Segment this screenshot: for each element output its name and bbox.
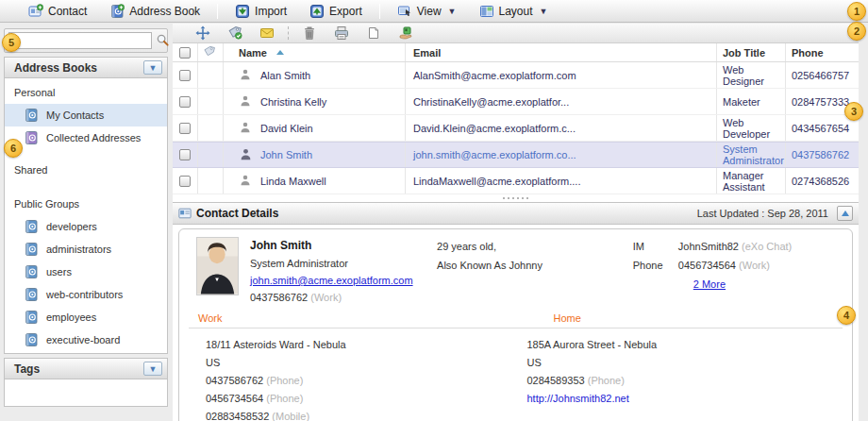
row-checkbox[interactable]: [173, 168, 198, 194]
actionbar-separator: [288, 26, 289, 40]
address-book-icon: [24, 332, 39, 347]
export-button[interactable]: Export: [298, 1, 374, 22]
callout-badge-1: 1: [847, 2, 866, 21]
new-address-book-label: Address Book: [129, 5, 200, 18]
contact-name[interactable]: Linda Maxwell: [260, 176, 326, 187]
contact-email: LindaMaxwell@acme.exoplatform....: [413, 176, 580, 187]
sidebar-item-administrators[interactable]: administrators: [5, 238, 167, 261]
table-row[interactable]: David Klein David.Klein@acme.exoplatform…: [173, 115, 859, 142]
sidebar-item-users[interactable]: users: [5, 261, 167, 283]
tag-column-header[interactable]: [198, 43, 224, 61]
panel-resize-handle[interactable]: [173, 194, 859, 202]
search-input[interactable]: [8, 32, 152, 49]
contact-name[interactable]: Christina Kelly: [260, 96, 326, 108]
table-row[interactable]: Alan Smith AlanSmith@acme.exoplatform.co…: [173, 62, 859, 89]
share-contact-icon[interactable]: [398, 25, 413, 41]
section-shared: Shared: [5, 149, 167, 181]
search-icon[interactable]: [156, 33, 171, 48]
row-tag-cell: [198, 143, 224, 167]
view-menu-button[interactable]: View ▼: [386, 1, 468, 22]
sidebar-item-employees[interactable]: employees: [5, 306, 167, 328]
work-section-title: Work: [189, 309, 516, 328]
table-row[interactable]: Linda Maxwell LindaMaxwell@acme.exoplatf…: [173, 168, 859, 194]
layout-label: Layout: [499, 5, 533, 18]
phone-column-header[interactable]: Phone: [786, 43, 859, 61]
tags-header: Tags ▼: [5, 359, 167, 379]
row-checkbox[interactable]: [173, 62, 198, 88]
collapse-panel-button[interactable]: ▼: [143, 362, 162, 376]
new-contact-label: Contact: [48, 5, 87, 18]
contact-job-title: Web Developer: [723, 117, 785, 140]
sidebar-item-label: executive-board: [46, 334, 120, 345]
sidebar-item-label: users: [46, 266, 72, 278]
row-tag-cell: [198, 115, 224, 141]
home-url-link[interactable]: http://Johnsmith82.net: [527, 393, 629, 404]
toolbar-separator: [217, 4, 218, 19]
checkbox-icon: [179, 70, 191, 81]
checkbox-icon: [179, 176, 191, 187]
row-checkbox[interactable]: [173, 115, 198, 141]
im-note: (eXo Chat): [742, 241, 792, 252]
name-column-header[interactable]: Name: [224, 43, 406, 61]
detail-email-link[interactable]: john.smith@acme.exoplatform.com: [250, 275, 413, 286]
detail-age-line: 29 years old,: [437, 237, 633, 256]
new-address-book-button[interactable]: Address Book: [98, 1, 211, 22]
detail-job-title: System Administrator: [250, 258, 437, 275]
table-row[interactable]: Christina Kelly ChristinaKelly@acme.exop…: [173, 89, 859, 115]
row-tag-cell: [198, 89, 224, 114]
collapse-panel-button[interactable]: ▼: [143, 60, 162, 75]
sidebar-item-web-contributors[interactable]: web-contributors: [5, 283, 167, 306]
sidebar-item-my-contacts[interactable]: My Contacts: [5, 104, 167, 126]
row-tag-cell: [198, 168, 224, 194]
work-phone2-note: (Phone): [266, 393, 303, 404]
home-phone1-note: (Phone): [588, 375, 625, 386]
work-phone1-note: (Phone): [266, 375, 303, 386]
last-updated-text: Last Updated : Sep 28, 2011: [697, 208, 828, 219]
print-icon[interactable]: [334, 25, 349, 41]
work-address: 18/11 Asteroids Ward - Nebula: [206, 336, 516, 354]
delete-icon[interactable]: [302, 25, 317, 41]
address-book-icon: [24, 264, 39, 279]
column-label: Phone: [792, 47, 824, 59]
sidebar-item-executive-board[interactable]: executive-board: [5, 328, 167, 351]
contact-name[interactable]: David Klein: [260, 123, 313, 134]
phone2-value: 0456734564: [678, 260, 736, 271]
move-contact-icon[interactable]: [195, 25, 210, 41]
import-icon: [235, 4, 250, 19]
sidebar-item-collected-addresses[interactable]: Collected Addresses: [5, 126, 167, 149]
column-label: Email: [413, 47, 441, 59]
row-checkbox[interactable]: [173, 143, 198, 167]
contact-details-title: Contact Details: [196, 207, 278, 220]
send-email-icon[interactable]: [259, 25, 275, 41]
new-contact-button[interactable]: Contact: [17, 1, 98, 22]
contact-photo: [196, 237, 239, 295]
work-country: US: [206, 354, 516, 372]
checkbox-icon: [179, 47, 191, 59]
person-icon: [239, 121, 254, 136]
im-value: JohnSmith82: [678, 241, 739, 252]
tag-contact-icon[interactable]: [227, 25, 242, 41]
home-section: Home 185A Aurora Street - Nebula US 0284…: [516, 309, 843, 421]
address-book-icon: [24, 219, 39, 234]
email-column-header[interactable]: Email: [406, 43, 717, 61]
contact-email: john.smith@acme.exoplatform.co...: [413, 149, 576, 160]
sidebar-item-developers[interactable]: developers: [5, 215, 167, 238]
sidebar-item-label: web-contributors: [46, 289, 123, 300]
table-row-selected[interactable]: John Smith john.smith@acme.exoplatform.c…: [173, 142, 859, 168]
select-all-checkbox[interactable]: [173, 43, 198, 61]
address-book-icon: [24, 287, 39, 302]
contact-name[interactable]: Alan Smith: [260, 70, 310, 81]
collapse-details-button[interactable]: [837, 206, 853, 221]
address-books-panel: Address Books ▼ Personal My Contacts Col…: [4, 57, 168, 354]
job-title-column-header[interactable]: Job Title: [717, 43, 786, 61]
export-label: Export: [329, 5, 362, 18]
tags-title: Tags: [14, 362, 40, 376]
more-link[interactable]: 2 More: [693, 278, 726, 290]
contact-name[interactable]: John Smith: [260, 149, 312, 160]
main-content: Name Email Job Title Phone Alan Smith Al…: [173, 24, 859, 421]
paste-icon[interactable]: [366, 25, 381, 41]
row-checkbox[interactable]: [173, 89, 198, 114]
layout-menu-button[interactable]: Layout ▼: [468, 1, 559, 22]
import-button[interactable]: Import: [224, 1, 298, 22]
person-icon: [239, 174, 254, 189]
